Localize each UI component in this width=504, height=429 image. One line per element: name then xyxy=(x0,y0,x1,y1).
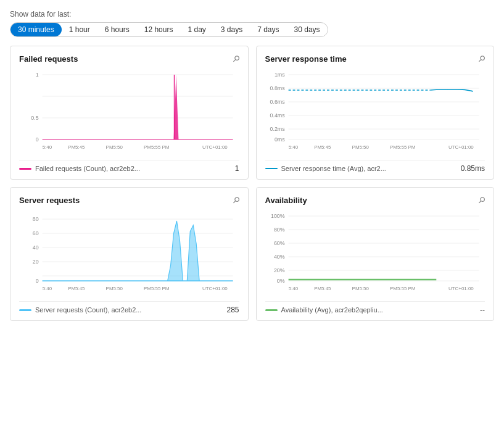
server-response-time-pin-icon[interactable]: ⚲ xyxy=(476,53,487,64)
svg-text:PM5:50: PM5:50 xyxy=(352,286,369,291)
svg-text:40: 40 xyxy=(33,244,39,251)
svg-text:UTC+01:00: UTC+01:00 xyxy=(448,286,474,291)
time-btn-1day[interactable]: 1 day xyxy=(180,23,213,36)
server-response-time-legend: Server response time (Avg), acr2... 0.85… xyxy=(265,160,485,173)
availability-header: Availability ⚲ xyxy=(265,195,485,205)
failed-requests-legend-label: Failed requests (Count), acr2eb2... xyxy=(35,165,140,172)
time-btn-3days[interactable]: 3 days xyxy=(213,23,250,36)
availability-legend-line xyxy=(265,309,278,311)
server-response-time-card: Server response time ⚲ 1ms 0.8ms 0.6ms 0… xyxy=(256,46,495,180)
svg-text:PM5:50: PM5:50 xyxy=(106,144,123,150)
svg-text:60%: 60% xyxy=(273,240,284,246)
svg-text:PM5:45: PM5:45 xyxy=(314,286,331,291)
svg-text:5:40: 5:40 xyxy=(288,286,298,291)
server-requests-legend-line xyxy=(19,309,31,311)
svg-text:0: 0 xyxy=(36,136,39,143)
failed-requests-pin-icon[interactable]: ⚲ xyxy=(230,53,241,64)
svg-text:UTC+01:00: UTC+01:00 xyxy=(448,144,474,150)
time-btn-1hour[interactable]: 1 hour xyxy=(62,23,97,36)
server-requests-header: Server requests ⚲ xyxy=(19,195,239,205)
failed-requests-chart: 1 0.5 0 5:40 PM5:45 PM5:50 PM5:55 PM UTC… xyxy=(19,69,239,155)
server-requests-title: Server requests xyxy=(19,196,80,205)
svg-text:40%: 40% xyxy=(273,254,284,260)
server-requests-legend-value: 285 xyxy=(226,306,239,314)
server-response-time-legend-line xyxy=(265,168,278,169)
svg-text:5:40: 5:40 xyxy=(43,144,52,150)
server-requests-chart: 80 60 40 20 0 5:40 PM5:45 PM5:50 PM5:55 … xyxy=(19,210,239,296)
server-requests-legend-left: Server requests (Count), acr2eb2... xyxy=(19,306,141,314)
svg-text:20: 20 xyxy=(33,259,39,265)
availability-title: Availability xyxy=(265,196,307,205)
svg-text:0.5: 0.5 xyxy=(31,115,38,121)
failed-requests-header: Failed requests ⚲ xyxy=(19,54,239,64)
availability-chart: 100% 80% 60% 40% 20% 0% 5:40 PM5:45 PM5:… xyxy=(265,210,485,296)
failed-requests-card: Failed requests ⚲ 1 0.5 0 5:40 xyxy=(10,46,249,180)
availability-legend-label: Availability (Avg), acr2eb2qepliu... xyxy=(281,306,383,314)
svg-text:0.6ms: 0.6ms xyxy=(270,99,285,105)
server-response-time-legend-left: Server response time (Avg), acr2... xyxy=(265,165,386,172)
server-requests-card: Server requests ⚲ 80 60 40 20 0 xyxy=(10,187,249,321)
svg-text:0ms: 0ms xyxy=(274,136,284,143)
svg-text:0.8ms: 0.8ms xyxy=(270,85,285,91)
availability-legend-value: -- xyxy=(480,306,485,314)
availability-pin-icon[interactable]: ⚲ xyxy=(476,194,487,206)
svg-text:UTC+01:00: UTC+01:00 xyxy=(202,144,228,150)
svg-marker-7 xyxy=(172,75,181,140)
svg-text:PM5:50: PM5:50 xyxy=(352,144,369,150)
failed-requests-legend-left: Failed requests (Count), acr2eb2... xyxy=(19,165,140,172)
time-btn-30days[interactable]: 30 days xyxy=(287,23,328,36)
show-data-label: Show data for last: xyxy=(10,10,494,19)
svg-text:PM5:45: PM5:45 xyxy=(314,144,331,150)
server-response-time-title: Server response time xyxy=(265,54,347,64)
server-response-time-legend-label: Server response time (Avg), acr2... xyxy=(281,165,386,172)
svg-marker-44 xyxy=(43,221,233,281)
svg-text:0.4ms: 0.4ms xyxy=(270,112,285,119)
failed-requests-legend-line xyxy=(19,168,31,170)
svg-text:1ms: 1ms xyxy=(274,72,284,78)
time-btn-7days[interactable]: 7 days xyxy=(250,23,286,36)
svg-text:80%: 80% xyxy=(273,227,284,233)
availability-legend-left: Availability (Avg), acr2eb2qepliu... xyxy=(265,306,383,314)
svg-text:UTC+01:00: UTC+01:00 xyxy=(202,286,228,291)
failed-requests-legend-value: 1 xyxy=(235,164,239,173)
svg-text:80: 80 xyxy=(33,216,39,222)
charts-grid: Failed requests ⚲ 1 0.5 0 5:40 xyxy=(10,46,494,321)
svg-text:PM5:55 PM: PM5:55 PM xyxy=(144,144,169,150)
server-requests-pin-icon[interactable]: ⚲ xyxy=(230,194,241,206)
time-btn-6hours[interactable]: 6 hours xyxy=(97,23,137,36)
svg-text:20%: 20% xyxy=(273,267,284,273)
svg-text:PM5:55 PM: PM5:55 PM xyxy=(390,144,415,150)
server-response-time-legend-value: 0.85ms xyxy=(461,164,485,173)
server-response-time-header: Server response time ⚲ xyxy=(265,54,485,64)
server-response-time-chart: 1ms 0.8ms 0.6ms 0.4ms 0.2ms 0ms 5:40 PM5… xyxy=(265,69,485,155)
server-requests-legend: Server requests (Count), acr2eb2... 285 xyxy=(19,301,239,314)
server-requests-legend-label: Server requests (Count), acr2eb2... xyxy=(35,306,141,314)
svg-text:60: 60 xyxy=(33,230,39,236)
svg-text:100%: 100% xyxy=(270,213,284,219)
svg-text:5:40: 5:40 xyxy=(43,286,52,291)
failed-requests-legend: Failed requests (Count), acr2eb2... 1 xyxy=(19,160,239,173)
svg-text:5:40: 5:40 xyxy=(288,144,298,150)
svg-text:PM5:55 PM: PM5:55 PM xyxy=(390,286,415,291)
svg-text:1: 1 xyxy=(36,72,39,78)
failed-requests-title: Failed requests xyxy=(19,54,78,64)
svg-text:0%: 0% xyxy=(276,278,284,284)
svg-text:PM5:45: PM5:45 xyxy=(68,144,85,150)
time-selector: 30 minutes 1 hour 6 hours 12 hours 1 day… xyxy=(10,22,328,37)
svg-text:0.2ms: 0.2ms xyxy=(270,126,285,132)
svg-text:PM5:50: PM5:50 xyxy=(106,286,123,291)
time-btn-12hours[interactable]: 12 hours xyxy=(137,23,181,36)
time-btn-30min[interactable]: 30 minutes xyxy=(10,23,62,36)
svg-text:PM5:45: PM5:45 xyxy=(68,286,85,291)
svg-text:PM5:55 PM: PM5:55 PM xyxy=(144,286,169,291)
svg-text:0: 0 xyxy=(36,278,39,284)
availability-legend: Availability (Avg), acr2eb2qepliu... -- xyxy=(265,301,485,314)
availability-card: Availability ⚲ 100% 80% 60% 40% 20% 0% xyxy=(256,187,495,321)
